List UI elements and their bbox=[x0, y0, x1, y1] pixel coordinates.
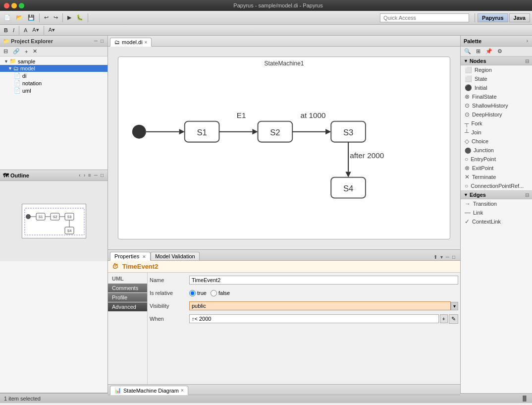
outline-list-button[interactable]: ≡ bbox=[87, 172, 92, 178]
palette-item-finalstate[interactable]: ⊗ FinalState bbox=[461, 92, 532, 101]
profile-sidebar-btn[interactable]: Profile bbox=[108, 293, 147, 302]
outline-forward-button[interactable]: › bbox=[83, 172, 86, 178]
properties-minimize-button[interactable]: ─ bbox=[445, 254, 450, 260]
palette-item-link[interactable]: — Link bbox=[461, 208, 532, 217]
link-palette-label: Link bbox=[473, 210, 483, 216]
is-relative-true-radio[interactable] bbox=[189, 290, 196, 296]
project-explorer-controls[interactable]: ─ □ bbox=[93, 38, 105, 44]
papyrus-perspective-button[interactable]: Papyrus bbox=[478, 13, 508, 22]
link-palette-icon: — bbox=[465, 209, 471, 216]
palette-item-contextlink[interactable]: ✓ ContextLink bbox=[461, 217, 532, 226]
close-model-di-tab[interactable]: × bbox=[145, 40, 148, 45]
close-button[interactable] bbox=[4, 3, 9, 8]
palette-item-junction[interactable]: ⬤ Junction bbox=[461, 146, 532, 155]
palette-item-entrypoint[interactable]: ○ EntryPoint bbox=[461, 155, 532, 164]
fork-palette-icon: ┬ bbox=[465, 120, 469, 127]
link-editor-button[interactable]: 🔗 bbox=[11, 47, 22, 56]
window-title: Papyrus - sample/model.di - Papyrus bbox=[28, 2, 528, 8]
new-button[interactable]: 📄 bbox=[2, 13, 13, 22]
nodes-section-header[interactable]: ▼ Nodes ⊟ bbox=[461, 57, 532, 65]
properties-maximize-button[interactable]: □ bbox=[451, 254, 456, 260]
maximize-button[interactable] bbox=[19, 3, 24, 8]
bold-button[interactable]: B bbox=[2, 26, 10, 34]
when-edit-button[interactable]: ✎ bbox=[449, 314, 458, 324]
choice-palette-label: Choice bbox=[472, 138, 488, 144]
entrypoint-palette-label: EntryPoint bbox=[471, 156, 496, 162]
font-button[interactable]: A bbox=[22, 26, 29, 34]
palette-search-button[interactable]: 🔍 bbox=[462, 47, 473, 56]
entrypoint-palette-icon: ○ bbox=[465, 156, 468, 163]
close-sm-tab[interactable]: × bbox=[181, 388, 184, 393]
palette-item-connectionpointref[interactable]: ○ ConnectionPointRef... bbox=[461, 181, 532, 190]
outline-panel: 🗺 Outline ‹ › ≡ ─ □ S1 S2 S3 bbox=[0, 170, 108, 261]
maximize-explorer-button[interactable]: □ bbox=[100, 38, 105, 44]
is-relative-true-label[interactable]: true bbox=[189, 290, 207, 296]
properties-tab[interactable]: Properties ✕ bbox=[110, 252, 151, 261]
tree-item-uml[interactable]: 📄 uml bbox=[0, 87, 107, 94]
delete-file-button[interactable]: ✕ bbox=[31, 47, 39, 56]
model-di-tab[interactable]: 🗂 model.di × bbox=[110, 38, 152, 47]
outline-back-button[interactable]: ‹ bbox=[78, 172, 81, 178]
quick-access-input[interactable] bbox=[380, 13, 469, 22]
palette-item-terminate[interactable]: ✕ Terminate bbox=[461, 173, 532, 181]
edges-section-header[interactable]: ▼ Edges ⊟ bbox=[461, 190, 532, 199]
color-button[interactable]: A▾ bbox=[47, 26, 57, 34]
run-button[interactable]: ▶ bbox=[65, 13, 73, 22]
palette-item-exitpoint[interactable]: ⊗ ExitPoint bbox=[461, 164, 532, 173]
when-add-button[interactable]: + bbox=[440, 314, 448, 323]
diagram-canvas: StateMachine1 S1 E1 bbox=[118, 57, 450, 239]
properties-export-button[interactable]: ⬆ bbox=[432, 254, 438, 260]
fontsize-button[interactable]: A▾ bbox=[30, 26, 41, 34]
minimize-button[interactable] bbox=[11, 3, 17, 8]
redo-button[interactable]: ↪ bbox=[52, 13, 60, 22]
debug-button[interactable]: 🐛 bbox=[74, 13, 85, 22]
visibility-input[interactable] bbox=[189, 301, 451, 310]
italic-button[interactable]: I bbox=[11, 26, 16, 34]
tree-item-model[interactable]: ▼ 🗂 model bbox=[0, 65, 107, 72]
outline-maximize-button[interactable]: □ bbox=[100, 172, 105, 178]
palette-item-shallowhistory[interactable]: ⊙ ShallowHistory bbox=[461, 101, 532, 110]
diagram-tab-bar: 🗂 model.di × bbox=[108, 36, 460, 47]
transition-palette-label: Transition bbox=[473, 201, 497, 207]
palette-item-deephistory[interactable]: ⊙ DeepHistory bbox=[461, 110, 532, 119]
palette-item-fork[interactable]: ┬ Fork bbox=[461, 119, 532, 128]
model-validation-tab[interactable]: Model Validation bbox=[151, 252, 200, 260]
palette-item-choice[interactable]: ◇ Choice bbox=[461, 137, 532, 146]
minimize-explorer-button[interactable]: ─ bbox=[93, 38, 99, 44]
tree-item-notation[interactable]: 📄 notation bbox=[0, 79, 107, 87]
name-input[interactable] bbox=[189, 276, 458, 285]
palette-settings-button[interactable]: ⚙ bbox=[495, 47, 504, 56]
outline-minimize-button[interactable]: ─ bbox=[93, 172, 99, 178]
undo-button[interactable]: ↩ bbox=[42, 13, 51, 22]
advanced-sidebar-btn[interactable]: Advanced bbox=[108, 302, 147, 311]
palette-item-state[interactable]: ⬜ State bbox=[461, 74, 532, 83]
state-s1-label: S1 bbox=[197, 128, 207, 137]
outline-controls[interactable]: ‹ › ≡ ─ □ bbox=[78, 172, 105, 178]
initial-state[interactable] bbox=[132, 125, 146, 139]
window-controls[interactable] bbox=[4, 3, 24, 8]
palette-layout-button[interactable]: ⊞ bbox=[474, 47, 482, 56]
tree-item-di[interactable]: 📄 di bbox=[0, 72, 107, 79]
palette-expand-button[interactable]: › bbox=[526, 38, 529, 44]
arrow-s3-s4 bbox=[346, 172, 351, 177]
palette-item-join[interactable]: ┴ Join bbox=[461, 128, 532, 137]
explorer-toolbar: ⊟ 🔗 + ✕ bbox=[0, 47, 107, 57]
new-file-button[interactable]: + bbox=[23, 48, 30, 56]
when-input[interactable] bbox=[189, 314, 439, 323]
is-relative-false-label[interactable]: false bbox=[211, 290, 230, 296]
arrow-s1-s2 bbox=[252, 129, 258, 134]
palette-item-region[interactable]: ⬜ Region bbox=[461, 65, 532, 74]
save-button[interactable]: 💾 bbox=[26, 13, 37, 22]
visibility-dropdown-button[interactable]: ▾ bbox=[451, 302, 458, 310]
palette-pin-button[interactable]: 📌 bbox=[483, 47, 494, 56]
properties-dropdown-button[interactable]: ▾ bbox=[439, 254, 444, 260]
comments-sidebar-btn[interactable]: Comments bbox=[108, 284, 147, 292]
statemachine-diagram-tab[interactable]: 📊 StateMachine Diagram × bbox=[110, 386, 188, 395]
collapse-all-button[interactable]: ⊟ bbox=[1, 47, 10, 56]
palette-item-initial[interactable]: ⚫ Initial bbox=[461, 83, 532, 92]
is-relative-false-radio[interactable] bbox=[211, 290, 217, 296]
palette-item-transition[interactable]: → Transition bbox=[461, 199, 532, 208]
open-button[interactable]: 📂 bbox=[14, 13, 25, 22]
tree-item-sample[interactable]: ▼ 📁 sample bbox=[0, 58, 107, 65]
java-perspective-button[interactable]: Java bbox=[509, 13, 530, 22]
